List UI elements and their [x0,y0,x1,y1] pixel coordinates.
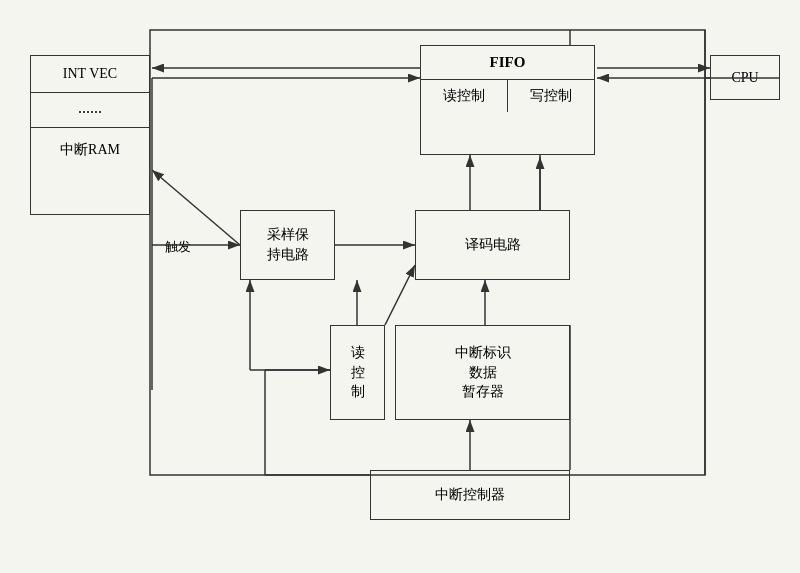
read-ctrl-bottom-box: 读 控 制 [330,325,385,420]
cpu-box: CPU [710,55,780,100]
trigger-label: 触发 [165,238,191,256]
sample-hold-box: 采样保 持电路 [240,210,335,280]
decode-label: 译码电路 [465,235,521,255]
read-ctrl-bottom-label: 读 [351,343,365,363]
fifo-label: FIFO [490,52,526,73]
svg-line-8 [152,170,240,245]
int-vec-label: INT VEC [63,64,117,84]
cpu-label: CPU [731,68,758,88]
interrupt-ram-label: 中断RAM [60,140,120,160]
interrupt-data-box: 中断标识 数据 暂存器 [395,325,570,420]
write-ctrl-fifo-label: 写控制 [508,80,595,112]
fifo-box: FIFO 读控制 写控制 [420,45,595,155]
diagram-container: INT VEC ...... 中断RAM FIFO 读控制 写控制 CPU 采样… [0,0,800,573]
svg-line-27 [385,265,415,325]
interrupt-ctrl-box: 中断控制器 [370,470,570,520]
read-ctrl-fifo-label: 读控制 [421,80,508,112]
int-vec-box: INT VEC ...... 中断RAM [30,55,150,215]
interrupt-ctrl-label: 中断控制器 [435,485,505,505]
interrupt-data-label: 中断标识 [455,343,511,363]
dots-label: ...... [78,97,102,119]
sample-hold-label: 采样保 [267,225,309,245]
decode-box: 译码电路 [415,210,570,280]
sample-hold-label2: 持电路 [267,245,309,265]
